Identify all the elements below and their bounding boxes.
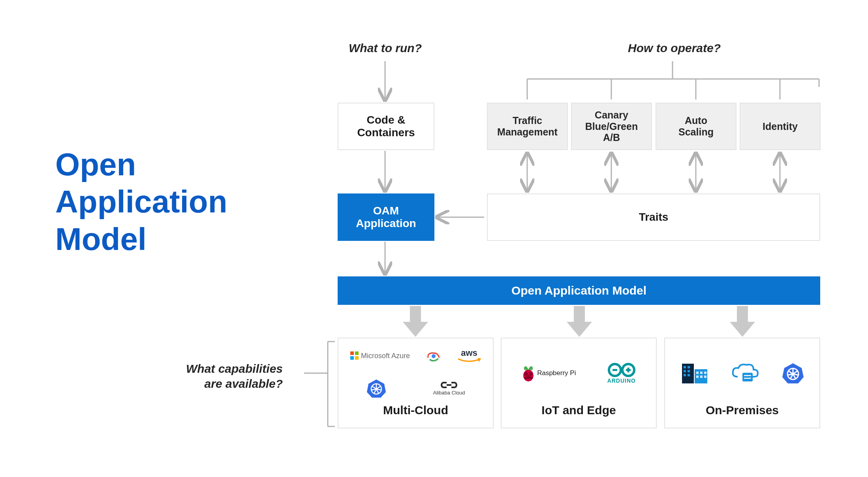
svg-rect-39: [700, 376, 703, 378]
svg-rect-2: [350, 356, 354, 360]
svg-rect-35: [696, 372, 699, 374]
box-traits: Traits: [487, 193, 820, 241]
svg-rect-37: [704, 372, 706, 374]
thick-arrow-icon: [567, 306, 592, 337]
label-capabilities: What capabilities are available?: [186, 361, 283, 391]
aws-icon: aws: [457, 348, 481, 364]
box-oam-application: OAM Application: [338, 193, 434, 241]
box-iot-edge: Raspberry Pi ARDUINO IoT and Edge: [501, 338, 657, 428]
alibaba-cloud-icon: Alibaba Cloud: [433, 380, 465, 396]
svg-rect-28: [684, 366, 686, 368]
datacenter-icon: [680, 361, 709, 385]
label-how-to-operate: How to operate?: [628, 41, 721, 55]
box-on-premises: On-Premises: [664, 338, 820, 428]
svg-rect-41: [742, 373, 753, 381]
svg-rect-3: [355, 356, 359, 360]
kubernetes-icon: [782, 362, 804, 384]
svg-point-17: [524, 372, 528, 376]
svg-point-21: [530, 376, 533, 379]
kubernetes-icon: [366, 378, 386, 398]
label-multi-cloud: Multi-Cloud: [338, 404, 493, 417]
cloud-server-icon: [731, 362, 760, 384]
svg-rect-29: [688, 366, 690, 368]
thick-arrow-icon: [730, 306, 755, 337]
box-code-containers: Code & Containers: [338, 103, 434, 150]
box-trait-identity: Identity: [740, 103, 821, 150]
box-trait-auto-scaling: Auto Scaling: [656, 103, 736, 150]
svg-point-5: [432, 354, 436, 358]
box-trait-canary: Canary Blue/Green A/B: [571, 103, 652, 150]
raspberry-pi-icon: Raspberry Pi: [521, 364, 576, 382]
svg-rect-36: [700, 372, 703, 374]
box-trait-traffic-management: Traffic Management: [487, 103, 568, 150]
svg-rect-33: [688, 374, 690, 376]
google-cloud-icon: [425, 349, 442, 362]
microsoft-azure-icon: Microsoft Azure: [350, 351, 410, 360]
label-iot-edge: IoT and Edge: [502, 404, 656, 417]
svg-rect-40: [704, 376, 706, 378]
page-title: Open Application Model: [55, 146, 227, 258]
svg-rect-30: [684, 370, 686, 372]
label-on-premises: On-Premises: [665, 404, 819, 417]
label-what-to-run: What to run?: [349, 41, 422, 55]
thick-arrow-icon: [403, 306, 428, 337]
svg-rect-32: [684, 374, 686, 376]
svg-rect-38: [696, 376, 699, 378]
box-multi-cloud: Microsoft Azure aws Alibaba Cloud Multi-…: [338, 338, 494, 428]
box-oam-bar: Open Application Model: [338, 276, 820, 305]
svg-point-20: [524, 376, 527, 379]
arduino-icon: ARDUINO: [607, 362, 636, 384]
svg-point-18: [529, 372, 533, 376]
svg-rect-0: [350, 351, 354, 355]
svg-point-19: [527, 375, 530, 379]
svg-rect-31: [688, 370, 690, 372]
svg-rect-1: [355, 351, 359, 355]
